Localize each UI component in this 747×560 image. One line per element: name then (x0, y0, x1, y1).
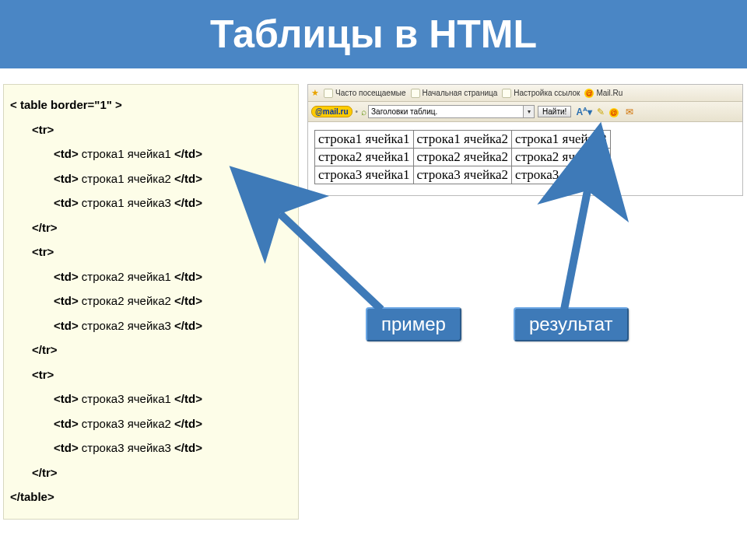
code-td-close: </td> (171, 147, 202, 160)
code-tr-open: <tr> (32, 368, 54, 381)
code-table-open: < table border="1" > (10, 98, 122, 111)
code-cell-text: строка3 ячейка2 (82, 417, 171, 430)
slide: Таблицы в HTML < table border="1" > <tr>… (0, 0, 747, 560)
table-cell: строка2 ячейка2 (413, 149, 512, 166)
code-td-open: <td> (54, 417, 82, 430)
code-td-close: </td> (171, 196, 202, 209)
at-icon: @ (584, 89, 594, 98)
code-td-close: </td> (171, 172, 202, 185)
table-cell: строка1 ячейка2 (413, 131, 512, 149)
slide-title: Таблицы в HTML (210, 12, 537, 57)
code-td-open: <td> (54, 441, 82, 454)
code-cell-text: строка3 ячейка3 (82, 441, 171, 454)
code-td-close: </td> (171, 270, 202, 283)
magnifier-icon: ⌕ (361, 107, 366, 117)
bookmark-home[interactable]: Начальная страница (411, 89, 498, 98)
at-round-icon[interactable]: @ (609, 107, 621, 117)
bookmark-label: Начальная страница (423, 89, 498, 97)
browser-panel: ★ Часто посещаемые Начальная страница На… (307, 84, 743, 196)
code-td-open: <td> (54, 294, 82, 307)
bookmark-frequent[interactable]: Часто посещаемые (324, 89, 406, 98)
bookmarks-bar: ★ Часто посещаемые Начальная страница На… (308, 85, 742, 102)
table-cell: строка3 ячейка2 (413, 166, 512, 184)
code-td-close: </td> (171, 417, 202, 430)
title-bar: Таблицы в HTML (0, 0, 747, 68)
code-tr-close: </tr> (32, 466, 58, 479)
code-td-open: <td> (54, 147, 82, 160)
search-input[interactable] (368, 105, 524, 118)
label-primer: пример (366, 307, 461, 341)
code-cell-text: строка2 ячейка1 (82, 270, 171, 283)
page-icon (502, 89, 511, 98)
code-cell-text: строка2 ячейка3 (82, 319, 171, 332)
code-td-open: <td> (54, 319, 82, 332)
page-icon (411, 89, 420, 98)
code-example-panel: < table border="1" > <tr> <td> строка1 я… (3, 84, 299, 520)
table-cell: строка3 ячейка1 (315, 166, 414, 184)
dropdown-icon[interactable]: ▾ (524, 105, 535, 118)
pencil-icon[interactable]: ✎ (597, 107, 605, 117)
table-cell: строка1 ячейка1 (315, 131, 414, 149)
label-result: результат (514, 307, 629, 341)
arrow-to-result (564, 191, 587, 310)
code-cell-text: строка1 ячейка3 (82, 196, 171, 209)
mail-icon[interactable]: ✉ (626, 107, 633, 117)
table-row: строка2 ячейка1 строка2 ячейка2 строка2 … (315, 149, 611, 166)
code-td-open: <td> (54, 196, 82, 209)
code-cell-text: строка2 ячейка2 (82, 294, 171, 307)
code-cell-text: строка3 ячейка1 (82, 392, 171, 405)
mailru-logo[interactable]: @mail.ru (311, 106, 352, 117)
star-icon: ★ (311, 88, 319, 98)
bookmark-mailru[interactable]: @Mail.Ru (584, 89, 622, 98)
code-tr-close: </tr> (32, 221, 58, 234)
code-tr-open: <tr> (32, 245, 54, 258)
separator: • (356, 107, 359, 116)
code-td-close: </td> (171, 441, 202, 454)
code-table-close: </table> (10, 490, 54, 503)
page-icon (324, 89, 333, 98)
code-td-close: </td> (171, 319, 202, 332)
search-toolbar: @mail.ru • ⌕ ▾ Найти! AA▾ ✎ @ ✉ (308, 102, 742, 122)
code-td-open: <td> (54, 270, 82, 283)
table-cell: строка3 ячейка3 (512, 166, 611, 184)
bookmark-label: Настройка ссылок (514, 89, 580, 97)
search-button[interactable]: Найти! (538, 106, 571, 117)
code-td-open: <td> (54, 392, 82, 405)
table-row: строка1 ячейка1 строка1 ячейка2 строка1 … (315, 131, 611, 149)
code-tr-open: <tr> (32, 123, 54, 136)
table-cell: строка2 ячейка3 (512, 149, 611, 166)
font-size-icon[interactable]: AA▾ (576, 106, 591, 117)
code-td-close: </td> (171, 294, 202, 307)
render-area: строка1 ячейка1 строка1 ячейка2 строка1 … (308, 122, 742, 195)
table-row: строка3 ячейка1 строка3 ячейка2 строка3 … (315, 166, 611, 184)
table-cell: строка1 ячейка3 (512, 131, 611, 149)
code-td-open: <td> (54, 172, 82, 185)
bookmark-label: Mail.Ru (596, 89, 622, 97)
code-cell-text: строка1 ячейка1 (82, 147, 171, 160)
bookmark-label: Часто посещаемые (335, 89, 406, 97)
code-td-close: </td> (171, 392, 202, 405)
bookmark-links[interactable]: Настройка ссылок (502, 89, 580, 98)
result-table: строка1 ячейка1 строка1 ячейка2 строка1 … (314, 130, 611, 184)
table-cell: строка2 ячейка1 (315, 149, 414, 166)
code-cell-text: строка1 ячейка2 (82, 172, 171, 185)
code-tr-close: </tr> (32, 343, 58, 356)
